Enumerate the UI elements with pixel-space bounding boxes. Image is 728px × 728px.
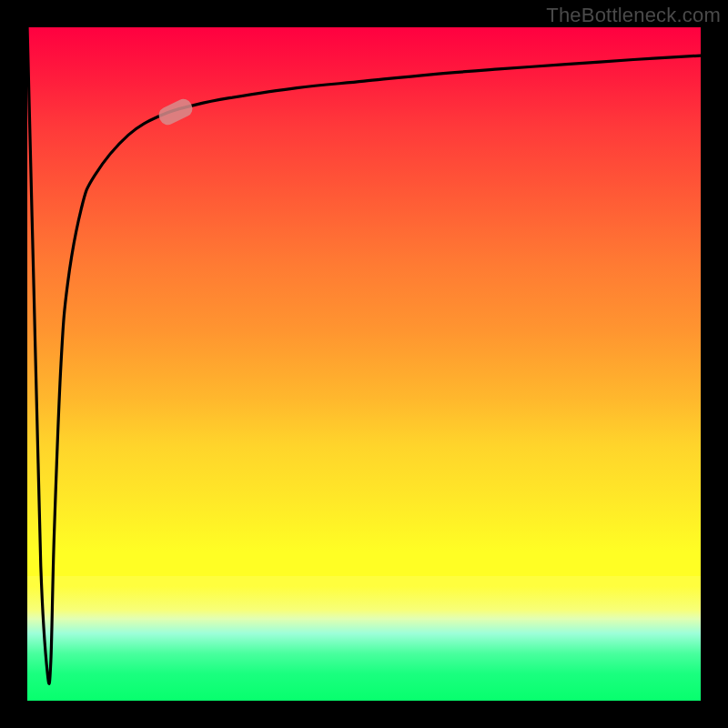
attribution-text: TheBottleneck.com xyxy=(546,4,721,27)
bottleneck-chart: TheBottleneck.com xyxy=(0,0,728,728)
curve-svg xyxy=(27,27,701,701)
plot-area xyxy=(27,27,701,701)
bottleneck-curve-path xyxy=(27,27,701,683)
